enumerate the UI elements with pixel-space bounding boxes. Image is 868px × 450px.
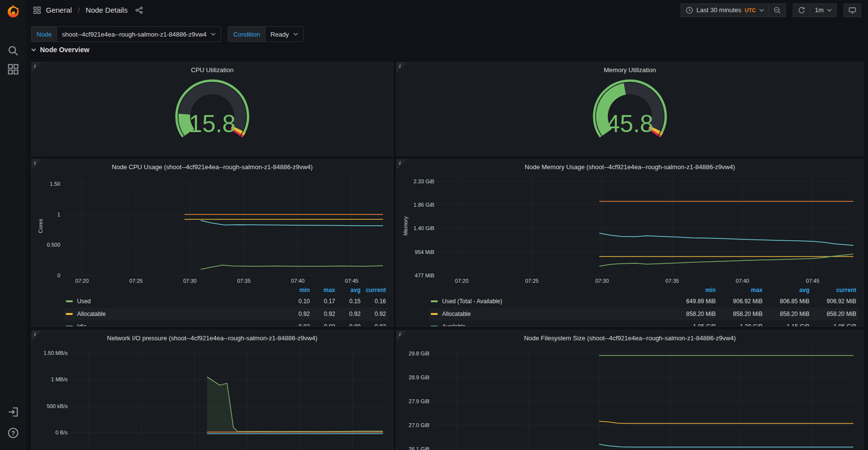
- breadcrumb-section[interactable]: General: [46, 6, 72, 14]
- refresh-interval-dropdown[interactable]: 1m: [810, 3, 837, 17]
- svg-text:?: ?: [11, 430, 15, 437]
- legend-row: Allocatable858.20 MiB858.20 MiB858.20 Mi…: [429, 308, 858, 320]
- panel-title[interactable]: Memory Utilization: [402, 65, 858, 76]
- breadcrumb-separator: /: [77, 6, 81, 14]
- cycle-view-mode-button[interactable]: [844, 3, 861, 17]
- svg-text:07:20: 07:20: [75, 278, 89, 284]
- svg-text:1 MB/s: 1 MB/s: [51, 376, 68, 382]
- time-range-picker[interactable]: Last 30 minutes UTC: [681, 3, 769, 17]
- panel-title[interactable]: Network I/O pressure (shoot--4cf921e4ea-…: [37, 333, 388, 344]
- svg-text:28.9 GiB: 28.9 GiB: [409, 374, 430, 380]
- legend-value: 858.20 MiB: [809, 311, 856, 317]
- legend-value: 906.92 MiB: [716, 298, 763, 305]
- svg-text:2.33 GiB: 2.33 GiB: [414, 178, 435, 184]
- refresh-interval-label: 1m: [815, 6, 824, 14]
- svg-text:500 kB/s: 500 kB/s: [47, 403, 68, 409]
- legend-series-label[interactable]: Idle: [66, 323, 284, 327]
- info-corner-icon[interactable]: [397, 331, 407, 341]
- sign-in-icon[interactable]: [7, 406, 19, 418]
- legend-series-label[interactable]: Allocatable: [66, 311, 284, 317]
- info-corner-icon[interactable]: [32, 159, 42, 170]
- info-corner-icon[interactable]: [32, 62, 42, 73]
- legend-value: 0.82: [284, 323, 310, 327]
- legend-column-avg[interactable]: avg: [763, 287, 809, 293]
- breadcrumb: General / Node Details: [33, 6, 143, 14]
- legend-row: Used (Total - Available)649.89 MiB906.92…: [429, 295, 858, 308]
- legend-value: 0.83: [310, 323, 335, 327]
- legend-series-label[interactable]: Available: [431, 323, 669, 327]
- legend-value: 0.92: [310, 311, 335, 317]
- panel-title[interactable]: CPU Utilization: [37, 65, 388, 76]
- legend-series-label[interactable]: Used (Total - Available): [431, 298, 669, 305]
- svg-text:07:35: 07:35: [666, 278, 679, 284]
- info-corner-icon[interactable]: [397, 159, 407, 170]
- panel-title[interactable]: Node Memory Usage (shoot--4cf921e4ea--ro…: [402, 162, 858, 173]
- legend-value: 0.92: [361, 311, 386, 317]
- search-icon[interactable]: [7, 45, 19, 57]
- refresh-button[interactable]: [793, 3, 810, 17]
- svg-text:07:40: 07:40: [291, 278, 305, 284]
- node-variable-label: Node: [31, 26, 57, 42]
- series-color-swatch: [431, 313, 438, 315]
- svg-text:1.50: 1.50: [50, 181, 60, 187]
- svg-text:07:20: 07:20: [455, 278, 469, 284]
- panel-title[interactable]: Node CPU Usage (shoot--4cf921e4ea--rough…: [37, 162, 388, 173]
- legend-column-max[interactable]: max: [310, 287, 335, 293]
- svg-text:07:45: 07:45: [345, 278, 359, 284]
- breadcrumb-page[interactable]: Node Details: [86, 6, 128, 14]
- svg-text:1.40 GiB: 1.40 GiB: [414, 225, 435, 231]
- clock-icon: [686, 6, 693, 14]
- svg-text:477 MiB: 477 MiB: [415, 273, 434, 278]
- svg-text:07:35: 07:35: [237, 278, 251, 284]
- gauge-value: 45.8: [606, 110, 653, 137]
- condition-variable-value: Ready: [270, 31, 289, 38]
- legend-value: 858.20 MiB: [763, 311, 809, 317]
- info-corner-icon[interactable]: [32, 331, 42, 341]
- variables-bar: Node shoot--4cf921e4ea--rough-salmon-z1-…: [31, 26, 303, 42]
- svg-text:07:40: 07:40: [736, 278, 749, 284]
- legend-header: minmaxavgcurrent: [429, 285, 858, 295]
- filesystem-size-chart: 07:2007:2507:3007:3507:4007:4526.1 GiB27…: [402, 344, 858, 450]
- panel-node-filesystem-size: i Node Filesystem Size (shoot--4cf921e4e…: [396, 330, 864, 450]
- legend-column-current[interactable]: current: [361, 287, 386, 293]
- legend-column-avg[interactable]: avg: [335, 287, 361, 293]
- legend-value: 0.17: [310, 298, 335, 305]
- sidebar: ?: [0, 0, 26, 450]
- timezone-label: UTC: [745, 7, 756, 13]
- legend-column-current[interactable]: current: [809, 287, 856, 293]
- dashboards-icon[interactable]: [7, 63, 19, 75]
- condition-variable-label: Condition: [228, 26, 265, 42]
- legend-row: Allocatable0.920.920.920.92: [64, 308, 388, 320]
- svg-text:07:30: 07:30: [183, 278, 197, 284]
- node-variable-dropdown[interactable]: shoot--4cf921e4ea--rough-salmon-z1-84886…: [57, 26, 221, 42]
- panel-node-cpu-usage: i Node CPU Usage (shoot--4cf921e4ea--rou…: [31, 159, 393, 327]
- cpu-usage-legend: minmaxavgcurrentUsed0.100.170.150.16Allo…: [37, 285, 388, 327]
- legend-value: 1.05 GiB: [809, 323, 856, 327]
- svg-text:954 MiB: 954 MiB: [415, 249, 434, 255]
- row-node-overview[interactable]: Node Overview: [30, 46, 89, 54]
- legend-value: 1.05 GiB: [669, 323, 716, 327]
- legend-series-label[interactable]: Used: [66, 298, 284, 305]
- help-icon[interactable]: ?: [7, 427, 19, 439]
- navbar: General / Node Details Last 30 minutes U…: [26, 0, 868, 20]
- share-icon[interactable]: [135, 6, 143, 14]
- variable-node: Node shoot--4cf921e4ea--rough-salmon-z1-…: [31, 26, 221, 42]
- legend-column-max[interactable]: max: [716, 287, 763, 293]
- panel-title[interactable]: Node Filesystem Size (shoot--4cf921e4ea-…: [402, 333, 858, 344]
- legend-series-label[interactable]: Allocatable: [431, 311, 669, 317]
- panel-memory-utilization: i Memory Utilization 45.8: [396, 62, 864, 156]
- panel-cpu-utilization: i CPU Utilization 15.8: [31, 62, 393, 156]
- panel-network-io-pressure: i Network I/O pressure (shoot--4cf921e4e…: [31, 330, 393, 450]
- cpu-utilization-gauge: 15.8: [139, 76, 285, 154]
- zoom-out-icon: [773, 6, 781, 14]
- info-corner-icon[interactable]: [397, 62, 407, 73]
- condition-variable-dropdown[interactable]: Ready: [265, 26, 303, 42]
- legend-column-min[interactable]: min: [669, 287, 716, 293]
- legend-value: 806.85 MiB: [763, 298, 809, 305]
- zoom-out-button[interactable]: [768, 3, 786, 17]
- legend-column-min[interactable]: min: [284, 287, 310, 293]
- svg-text:Memory: Memory: [403, 216, 408, 235]
- legend-value: 906.92 MiB: [809, 298, 856, 305]
- grafana-logo[interactable]: [5, 3, 21, 20]
- caret-down-icon: [211, 32, 216, 36]
